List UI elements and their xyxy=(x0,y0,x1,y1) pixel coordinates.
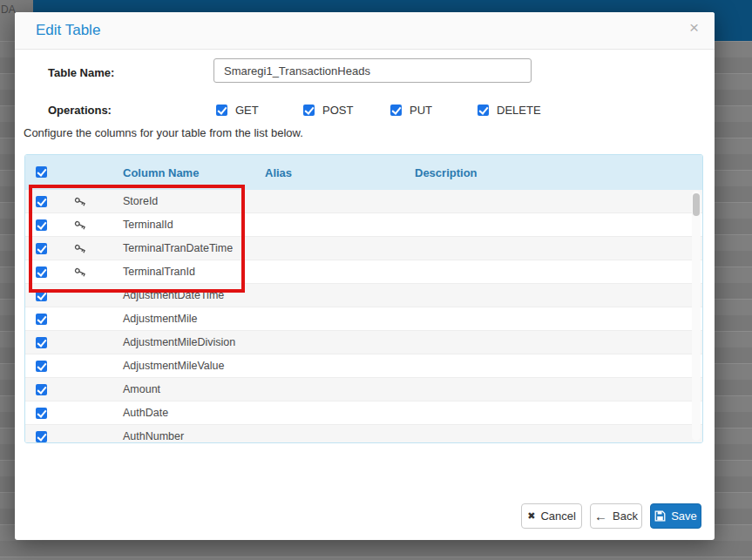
table-row[interactable]: TerminalId xyxy=(25,213,702,237)
get-label: GET xyxy=(235,104,259,117)
table-row[interactable]: TerminalTranDateTime xyxy=(25,237,702,260)
table-row[interactable]: AdjustmentMileDivision xyxy=(25,331,702,354)
row-checkbox[interactable] xyxy=(36,219,47,231)
modal-header: Edit Table × xyxy=(15,12,715,50)
column-name: AdjustmentMileValue xyxy=(123,354,225,377)
operation-put[interactable]: PUT xyxy=(390,104,432,117)
operation-post[interactable]: POST xyxy=(303,104,353,117)
column-name: AdjustmentDateTime xyxy=(123,284,224,307)
modal-title: Edit Table xyxy=(36,22,100,39)
columns-table: Column Name Alias Description StoreId Te… xyxy=(24,154,703,443)
operation-delete[interactable]: DELETE xyxy=(478,104,541,117)
table-row[interactable]: AdjustmentMile xyxy=(25,307,702,331)
column-name: TerminalId xyxy=(123,213,173,236)
x-icon: ✖ xyxy=(527,510,535,522)
table-scrollbar[interactable] xyxy=(692,191,701,441)
key-icon xyxy=(74,195,87,208)
row-checkbox[interactable] xyxy=(36,314,47,325)
back-button[interactable]: ← Back xyxy=(590,503,642,529)
cancel-button[interactable]: ✖ Cancel xyxy=(521,503,582,529)
delete-label: DELETE xyxy=(497,104,541,117)
column-name-header: Column Name xyxy=(123,166,199,179)
table-name-input[interactable] xyxy=(213,58,532,83)
column-name: AdjustmentMileDivision xyxy=(123,331,235,354)
operation-get[interactable]: GET xyxy=(216,104,259,117)
row-checkbox[interactable] xyxy=(36,337,47,348)
alias-header: Alias xyxy=(265,166,292,179)
row-checkbox[interactable] xyxy=(36,361,47,372)
row-checkbox[interactable] xyxy=(36,243,47,254)
table-row[interactable]: StoreId xyxy=(25,190,702,213)
operations-label: Operations: xyxy=(48,104,112,117)
column-name: AuthNumber xyxy=(123,425,184,443)
columns-table-header: Column Name Alias Description xyxy=(25,155,702,190)
back-label: Back xyxy=(613,509,638,523)
post-label: POST xyxy=(322,104,353,117)
put-label: PUT xyxy=(410,104,432,117)
column-name: Amount xyxy=(123,378,160,401)
background-clipped-text: DA xyxy=(1,3,16,16)
key-icon xyxy=(74,219,87,232)
row-checkbox[interactable] xyxy=(36,408,47,419)
table-row[interactable]: AuthNumber xyxy=(25,425,702,443)
table-row[interactable]: AuthDate xyxy=(25,401,702,425)
instruction-text: Configure the columns for your table fro… xyxy=(24,126,303,139)
row-checkbox[interactable] xyxy=(36,196,47,207)
table-row[interactable]: AdjustmentDateTime xyxy=(25,284,702,307)
key-icon xyxy=(74,266,87,279)
key-icon xyxy=(74,242,87,255)
row-checkbox[interactable] xyxy=(36,384,47,395)
close-icon[interactable]: × xyxy=(689,19,699,36)
save-label: Save xyxy=(671,509,697,523)
save-icon xyxy=(654,510,666,522)
column-name: StoreId xyxy=(123,190,158,213)
select-all-checkbox[interactable] xyxy=(36,166,47,178)
row-checkbox[interactable] xyxy=(36,267,47,278)
row-checkbox[interactable] xyxy=(36,290,47,301)
table-row[interactable]: Amount xyxy=(25,378,702,401)
save-button[interactable]: Save xyxy=(650,503,701,529)
post-checkbox[interactable] xyxy=(303,105,315,116)
scrollbar-thumb[interactable] xyxy=(693,193,700,216)
get-checkbox[interactable] xyxy=(216,105,227,116)
arrow-left-icon: ← xyxy=(594,509,607,523)
column-name: TerminalTranId xyxy=(123,260,195,283)
put-checkbox[interactable] xyxy=(390,105,402,116)
description-header: Description xyxy=(415,166,478,179)
table-row[interactable]: AdjustmentMileValue xyxy=(25,354,702,378)
column-name: AdjustmentMile xyxy=(123,307,197,330)
row-checkbox[interactable] xyxy=(36,431,47,442)
edit-table-modal: Edit Table × Table Name: Operations: GET… xyxy=(15,12,715,540)
table-name-label: Table Name: xyxy=(48,66,114,79)
column-name: TerminalTranDateTime xyxy=(123,237,233,260)
delete-checkbox[interactable] xyxy=(478,105,489,116)
cancel-label: Cancel xyxy=(540,509,575,523)
table-row[interactable]: TerminalTranId xyxy=(25,260,702,284)
column-name: AuthDate xyxy=(123,401,168,424)
